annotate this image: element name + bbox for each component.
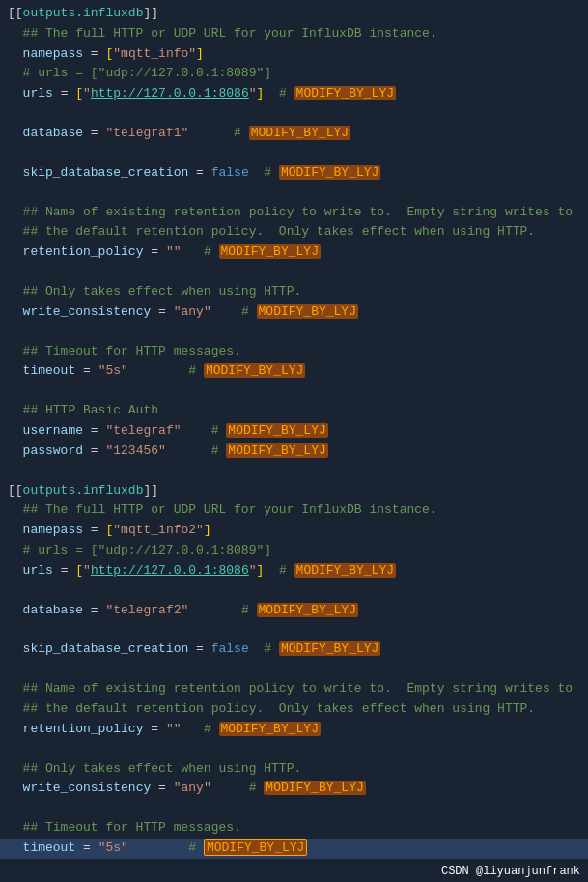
comment-retention-1a: ## Name of existing retention policy to … — [0, 203, 588, 223]
namepass-2: namepass = ["mqtt_info2"] — [0, 521, 588, 541]
database-2: database = "telegraf2" # MODIFY_BY_LYJ — [0, 601, 588, 621]
empty-11 — [0, 740, 588, 759]
empty-5 — [0, 323, 588, 342]
code-editor: [[outputs.influxdb]] ## The full HTTP or… — [0, 0, 588, 882]
bottom-bar-text: CSDN @liyuanjunfrank — [441, 865, 580, 878]
comment-write-2: ## Only takes effect when using HTTP. — [0, 759, 588, 780]
comment-url-full-1: ## The full HTTP or UDP URL for your Inf… — [0, 24, 588, 44]
password-1: password = "123456" # MODIFY_BY_LYJ — [0, 441, 588, 462]
empty-1 — [0, 104, 588, 124]
timeout-1: timeout = "5s" # MODIFY_BY_LYJ — [0, 361, 588, 382]
comment-timeout-1: ## Timeout for HTTP messages. — [0, 342, 588, 362]
comment-retention-2a: ## Name of existing retention policy to … — [0, 679, 588, 699]
section-header-2: [[outputs.influxdb]] — [0, 481, 588, 501]
skip-2: skip_database_creation = false # MODIFY_… — [0, 640, 588, 660]
comment-auth-1: ## HTTP Basic Auth — [0, 401, 588, 421]
comment-url-full-2: ## The full HTTP or UDP URL for your Inf… — [0, 500, 588, 521]
username-1: username = "telegraf" # MODIFY_BY_LYJ — [0, 421, 588, 441]
urls-2: urls = ["http://127.0.0.1:8086"] # MODIF… — [0, 561, 588, 582]
retention-2: retention_policy = "" # MODIFY_BY_LYJ — [0, 720, 588, 740]
skip-1: skip_database_creation = false # MODIFY_… — [0, 163, 588, 184]
bottom-bar: CSDN @liyuanjunfrank — [434, 861, 588, 882]
comment-timeout-2: ## Timeout for HTTP messages. — [0, 818, 588, 839]
namepass-1: namepass = ["mqtt_info"] — [0, 44, 588, 65]
empty-3 — [0, 184, 588, 203]
timeout-2-selected: timeout = "5s" # MODIFY_BY_LYJ — [0, 839, 588, 859]
empty-7 — [0, 462, 588, 481]
empty-4 — [0, 263, 588, 282]
comment-retention-2b: ## the default retention policy. Only ta… — [0, 699, 588, 720]
empty-8 — [0, 582, 588, 601]
empty-6 — [0, 382, 588, 401]
write-consistency-1: write_consistency = "any" # MODIFY_BY_LY… — [0, 302, 588, 323]
retention-1: retention_policy = "" # MODIFY_BY_LYJ — [0, 242, 588, 263]
comment-urls-2: # urls = ["udp://127.0.0.1:8089"] — [0, 541, 588, 561]
empty-9 — [0, 620, 588, 640]
section-header-1: [[outputs.influxdb]] — [0, 4, 588, 24]
comment-retention-1b: ## the default retention policy. Only ta… — [0, 222, 588, 242]
comment-write-1: ## Only takes effect when using HTTP. — [0, 282, 588, 302]
empty-2 — [0, 144, 588, 163]
empty-10 — [0, 660, 588, 679]
urls-1: urls = ["http://127.0.0.1:8086"] # MODIF… — [0, 84, 588, 104]
comment-urls-1: # urls = ["udp://127.0.0.1:8089"] — [0, 64, 588, 84]
write-consistency-2: write_consistency = "any" # MODIFY_BY_LY… — [0, 779, 588, 799]
database-1: database = "telegraf1" # MODIFY_BY_LYJ — [0, 124, 588, 144]
empty-12 — [0, 799, 588, 818]
